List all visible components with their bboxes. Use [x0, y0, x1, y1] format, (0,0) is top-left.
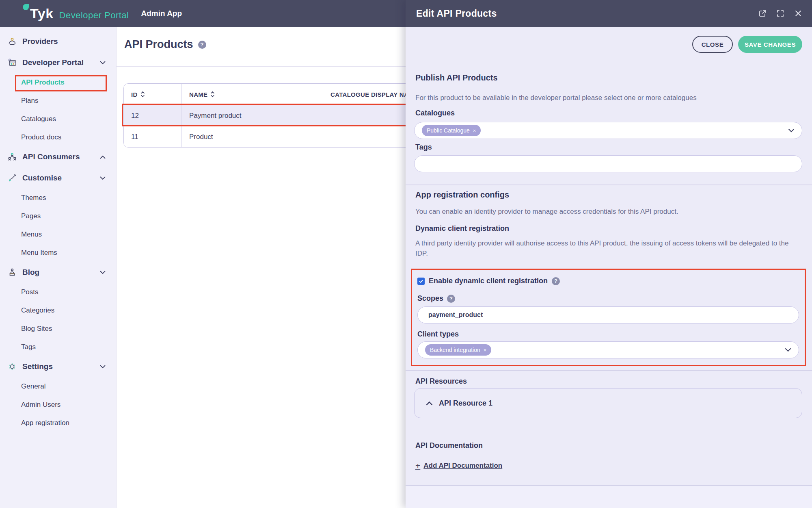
scopes-label: Scopes ? [417, 294, 455, 303]
catalogue-chip: Public Catalogue × [422, 125, 481, 136]
app-registration-description: You can enable an identity provider to m… [415, 206, 797, 217]
checkmark-icon [419, 279, 423, 284]
cell-name: Product [182, 126, 323, 147]
panel-footer [406, 485, 812, 508]
app-registration-heading: App registration configs [415, 190, 509, 200]
sidebar-item-plans[interactable]: Plans [0, 91, 116, 110]
sidebar-item-label: Catalogues [21, 115, 56, 123]
open-in-new-window-icon[interactable] [758, 9, 767, 17]
sidebar-item-label: Categories [21, 306, 54, 315]
product-name: Developer Portal [59, 10, 129, 21]
help-icon[interactable]: ? [447, 295, 455, 303]
sidebar-item-menu-items[interactable]: Menu Items [0, 243, 116, 262]
tyk-logo: Tyk Developer Portal [30, 6, 129, 22]
chip-remove-icon[interactable]: × [484, 347, 487, 353]
client-types-select[interactable]: Backend integration × [417, 341, 799, 358]
table-row[interactable]: 11 Product [124, 126, 432, 147]
section-divider [406, 370, 812, 371]
brand-name: Tyk [30, 6, 54, 22]
chevron-down-icon [788, 128, 795, 132]
plus-icon: + [415, 461, 420, 471]
sidebar-item-label: Settings [22, 362, 53, 371]
table-row[interactable]: 12 Payment product [124, 105, 432, 126]
help-icon[interactable]: ? [552, 277, 560, 285]
help-icon[interactable]: ? [198, 41, 206, 49]
sidebar-item-label: Pages [21, 212, 41, 220]
close-icon[interactable] [794, 9, 802, 17]
sidebar-item-label: Providers [22, 37, 58, 46]
sidebar-item-api-products[interactable]: API Products [0, 73, 116, 91]
page-title: API Products [124, 38, 193, 51]
sidebar-item-customise[interactable]: Customise [0, 167, 116, 189]
tyk-leaf-icon [23, 4, 29, 10]
api-resource-label: API Resource 1 [439, 399, 492, 408]
api-documentation-heading: API Documentation [415, 441, 483, 450]
sidebar-item-label: App registration [21, 419, 69, 427]
sidebar-item-label: Blog Sites [21, 325, 52, 333]
sidebar-item-label: Customise [22, 174, 62, 182]
sidebar-item-general[interactable]: General [0, 377, 116, 395]
title-divider [117, 66, 406, 67]
sidebar-item-label: Plans [21, 97, 39, 105]
sidebar-item-label: Blog [22, 268, 39, 277]
sidebar-item-developer-portal[interactable]: Developer Portal [0, 52, 116, 73]
save-changes-button[interactable]: SAVE CHANGES [738, 36, 802, 53]
sidebar-item-label: API Products [21, 78, 65, 87]
column-header-id[interactable]: ID [124, 84, 182, 105]
chip-remove-icon[interactable]: × [473, 128, 476, 134]
sidebar-item-settings[interactable]: Settings [0, 356, 116, 377]
sidebar-item-blog-sites[interactable]: Blog Sites [0, 319, 116, 338]
add-api-documentation-link[interactable]: + Add API Documentation [415, 461, 502, 471]
sidebar-item-api-consumers[interactable]: API Consumers [0, 146, 116, 167]
enable-dcr-checkbox[interactable] [417, 278, 425, 285]
sidebar-item-blog[interactable]: Blog [0, 262, 116, 283]
sidebar-item-admin-users[interactable]: Admin Users [0, 395, 116, 414]
sidebar-item-product-docs[interactable]: Product docs [0, 128, 116, 146]
sidebar: Providers Developer Portal API Products [0, 27, 117, 508]
chevron-up-icon [426, 401, 433, 406]
sidebar-item-categories[interactable]: Categories [0, 301, 116, 319]
chevron-up-icon [100, 155, 106, 159]
app-name: Admin App [141, 9, 182, 18]
sidebar-item-providers[interactable]: Providers [0, 31, 116, 52]
sidebar-item-catalogues[interactable]: Catalogues [0, 110, 116, 128]
chevron-down-icon [100, 176, 106, 180]
chevron-down-icon [785, 348, 791, 352]
catalogues-select[interactable]: Public Catalogue × [414, 122, 802, 139]
close-button[interactable]: CLOSE [692, 36, 733, 53]
column-header-name[interactable]: NAME [182, 84, 323, 105]
sidebar-item-posts[interactable]: Posts [0, 283, 116, 301]
sidebar-item-app-registration[interactable]: App registration [0, 414, 116, 432]
client-type-chip: Backend integration × [425, 344, 491, 356]
sort-icon[interactable] [210, 91, 215, 98]
tags-input[interactable] [414, 155, 802, 172]
api-resource-accordion[interactable]: API Resource 1 [414, 388, 802, 418]
sidebar-item-themes[interactable]: Themes [0, 189, 116, 207]
sidebar-item-label: Themes [21, 194, 46, 202]
sort-icon[interactable] [140, 91, 145, 98]
blog-icon [7, 267, 17, 277]
providers-icon [7, 37, 17, 46]
sidebar-item-pages[interactable]: Pages [0, 207, 116, 225]
chevron-down-icon [100, 271, 106, 274]
section-divider [406, 185, 812, 185]
sidebar-item-label: Product docs [21, 133, 61, 141]
sidebar-item-label: API Consumers [22, 152, 80, 161]
dcr-description: A third party identity provider will aut… [415, 238, 800, 258]
scopes-input[interactable]: payment_product [417, 306, 799, 323]
publish-section-description: For this product to be available in the … [415, 93, 797, 103]
sidebar-item-menus[interactable]: Menus [0, 225, 116, 243]
chevron-down-icon [100, 61, 106, 65]
cell-name: Payment product [182, 105, 323, 126]
table-header-row: ID NAME CATALOGUE DISPLAY NAME [124, 84, 432, 105]
panel-title: Edit API Products [416, 8, 497, 19]
fullscreen-icon[interactable] [776, 9, 784, 17]
tags-label: Tags [415, 143, 432, 152]
sidebar-item-tags[interactable]: Tags [0, 338, 116, 356]
chevron-down-icon [100, 365, 106, 369]
api-consumers-icon [7, 152, 17, 162]
enable-dcr-label: Enable dynamic client registration [429, 277, 548, 285]
customise-icon [7, 173, 17, 183]
edit-api-products-panel: Edit API Products [406, 0, 812, 508]
sidebar-item-label: Menus [21, 230, 42, 239]
